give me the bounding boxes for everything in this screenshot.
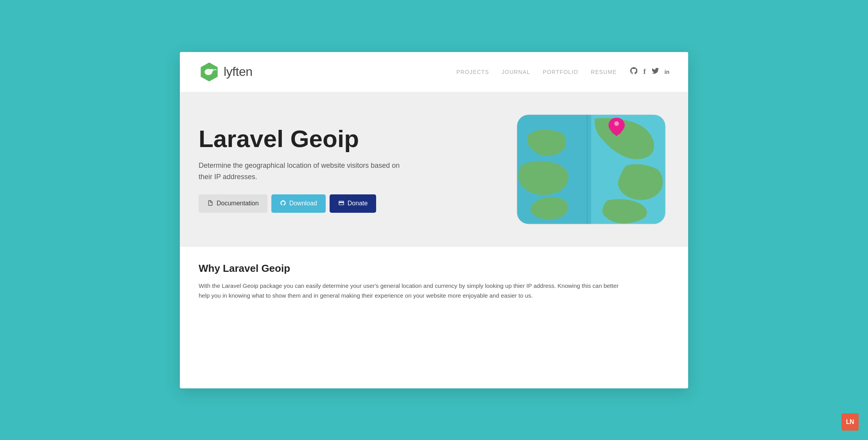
documentation-button[interactable]: Documentation bbox=[199, 194, 267, 213]
nav-projects[interactable]: PROJECTS bbox=[456, 69, 489, 75]
nav-journal[interactable]: JOURNAL bbox=[502, 69, 530, 75]
logo-text: lyften bbox=[224, 65, 252, 79]
main-window: lyften PROJECTS JOURNAL PORTFOLIO RESUME… bbox=[180, 52, 688, 388]
globe-illustration bbox=[505, 111, 669, 228]
docs-icon bbox=[207, 200, 213, 207]
globe-svg bbox=[505, 111, 669, 228]
logo-icon bbox=[199, 61, 220, 83]
donate-button[interactable]: Donate bbox=[330, 194, 377, 213]
download-label: Download bbox=[289, 200, 317, 207]
logo-link[interactable]: lyften bbox=[199, 61, 252, 83]
hero-content: Laravel Geoip Determine the geographical… bbox=[199, 126, 449, 213]
github-icon[interactable] bbox=[629, 66, 638, 77]
why-text: With the Laravel Geoip package you can e… bbox=[199, 281, 629, 301]
svg-point-3 bbox=[212, 69, 213, 70]
nav-portfolio[interactable]: PORTFOLIO bbox=[543, 69, 578, 75]
download-icon bbox=[280, 200, 286, 207]
social-icons: f in bbox=[629, 66, 669, 77]
twitter-icon[interactable] bbox=[651, 67, 659, 77]
documentation-label: Documentation bbox=[217, 200, 259, 207]
facebook-icon[interactable]: f bbox=[644, 68, 646, 76]
nav-links: PROJECTS JOURNAL PORTFOLIO RESUME f bbox=[456, 66, 669, 77]
svg-point-9 bbox=[614, 121, 619, 126]
why-section: Why Laravel Geoip With the Laravel Geoip… bbox=[180, 247, 688, 316]
why-title: Why Laravel Geoip bbox=[199, 262, 669, 275]
donate-label: Donate bbox=[348, 200, 368, 207]
navbar: lyften PROJECTS JOURNAL PORTFOLIO RESUME… bbox=[180, 52, 688, 92]
download-button[interactable]: Download bbox=[271, 194, 326, 213]
donate-icon bbox=[338, 200, 344, 207]
hero-buttons: Documentation Download Donate bbox=[199, 194, 449, 213]
corner-badge: LN bbox=[841, 413, 859, 431]
hero-title: Laravel Geoip bbox=[199, 126, 449, 152]
linkedin-icon[interactable]: in bbox=[665, 69, 669, 75]
hero-section: Laravel Geoip Determine the geographical… bbox=[180, 92, 688, 247]
nav-resume[interactable]: RESUME bbox=[591, 69, 617, 75]
hero-subtitle: Determine the geographical location of w… bbox=[199, 160, 402, 183]
